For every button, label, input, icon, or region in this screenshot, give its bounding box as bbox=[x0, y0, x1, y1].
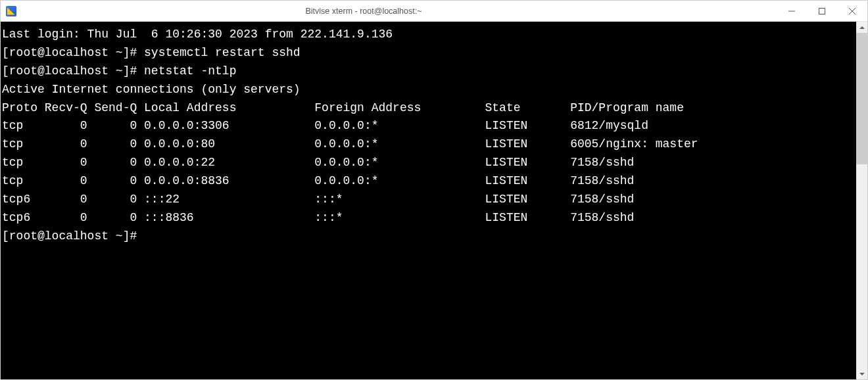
minimize-button[interactable] bbox=[777, 1, 807, 21]
maximize-icon bbox=[819, 8, 825, 14]
terminal-line: tcp6 0 0 :::22 :::* LISTEN 7158/sshd bbox=[2, 193, 634, 206]
window-title: Bitvise xterm - root@localhost:~ bbox=[16, 7, 777, 16]
titlebar[interactable]: Bitvise xterm - root@localhost:~ bbox=[1, 1, 867, 22]
svg-rect-1 bbox=[819, 8, 825, 14]
terminal-line: tcp 0 0 0.0.0.0:80 0.0.0.0:* LISTEN 6005… bbox=[2, 137, 698, 151]
window-controls bbox=[777, 1, 867, 21]
scrollbar-up-button[interactable] bbox=[856, 22, 867, 33]
terminal-wrapper: Last login: Thu Jul 6 10:26:30 2023 from… bbox=[1, 22, 867, 379]
close-icon bbox=[849, 8, 856, 14]
close-button[interactable] bbox=[837, 1, 867, 21]
terminal-line: [root@localhost ~]# bbox=[2, 229, 144, 243]
terminal-line: Active Internet connections (only server… bbox=[2, 83, 301, 96]
svg-marker-4 bbox=[859, 26, 865, 29]
vertical-scrollbar[interactable] bbox=[856, 22, 867, 379]
chevron-down-icon bbox=[859, 371, 865, 377]
terminal[interactable]: Last login: Thu Jul 6 10:26:30 2023 from… bbox=[1, 22, 856, 379]
terminal-line: Proto Recv-Q Send-Q Local Address Foreig… bbox=[2, 101, 684, 114]
scrollbar-thumb[interactable] bbox=[856, 33, 867, 164]
terminal-line: [root@localhost ~]# systemctl restart ss… bbox=[2, 46, 301, 59]
chevron-up-icon bbox=[859, 25, 865, 30]
terminal-line: tcp 0 0 0.0.0.0:8836 0.0.0.0:* LISTEN 71… bbox=[2, 174, 634, 187]
terminal-line: tcp6 0 0 :::8836 :::* LISTEN 7158/sshd bbox=[2, 211, 634, 224]
maximize-button[interactable] bbox=[807, 1, 837, 21]
terminal-line: tcp 0 0 0.0.0.0:22 0.0.0.0:* LISTEN 7158… bbox=[2, 156, 634, 169]
window: Bitvise xterm - root@localhost:~ Last lo… bbox=[0, 0, 868, 380]
minimize-icon bbox=[788, 8, 795, 14]
scrollbar-down-button[interactable] bbox=[856, 368, 867, 379]
terminal-line: [root@localhost ~]# netstat -ntlp bbox=[2, 64, 236, 78]
app-icon bbox=[6, 6, 16, 16]
terminal-line: Last login: Thu Jul 6 10:26:30 2023 from… bbox=[2, 28, 393, 41]
terminal-line: tcp 0 0 0.0.0.0:3306 0.0.0.0:* LISTEN 68… bbox=[2, 119, 648, 132]
svg-marker-5 bbox=[859, 373, 865, 375]
